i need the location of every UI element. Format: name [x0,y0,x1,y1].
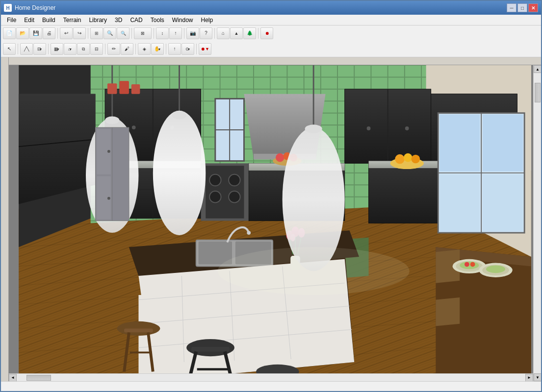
menu-library[interactable]: Library [85,16,111,24]
new-button[interactable]: 📄 [3,27,16,39]
menu-cad[interactable]: CAD [126,16,146,24]
sep6 [214,28,215,39]
help-button[interactable]: ? [200,27,212,39]
redo-button[interactable]: ↪ [73,27,86,39]
menu-file[interactable]: File [3,16,20,24]
close-button[interactable]: ✕ [528,3,538,12]
svg-rect-69 [483,115,523,172]
minimize-button[interactable]: ─ [507,3,516,12]
camera-button[interactable]: 📷 [186,27,199,39]
scroll-thumb-v[interactable] [535,83,541,102]
roof-icon: ▲ [234,31,239,36]
svg-point-124 [172,112,186,120]
scroll-track-h[interactable] [17,374,525,381]
svg-rect-134 [107,83,117,94]
open-button[interactable]: 📂 [16,27,29,39]
record-icon: ⏺ [265,31,269,36]
svg-point-132 [107,150,110,153]
svg-point-59 [395,154,405,164]
wall-button[interactable]: ⊟ ▼ [33,43,46,55]
box-dropdown-arrow: ▼ [56,48,60,51]
save-button[interactable]: 💾 [29,27,42,39]
print-icon: 🖨 [47,31,52,36]
tree-button[interactable]: 🌲 [243,27,256,39]
copy-button[interactable]: ⧉ [77,43,90,55]
zoom-in-button[interactable]: 🔍 [103,27,116,39]
svg-point-133 [107,197,110,200]
svg-point-61 [412,155,420,164]
pencil-button[interactable]: ✏ [107,43,120,55]
maximize-button[interactable]: □ [517,3,527,12]
svg-rect-135 [119,81,129,94]
app-icon: H [4,4,12,12]
zoom-box-icon: ⊞ [95,31,99,36]
hand-button[interactable]: ✋ ▼ [151,43,164,55]
menu-terrain[interactable]: Terrain [59,16,85,24]
select-button[interactable]: ↖ [3,43,16,55]
canvas-area: ▲ ▼ ◄ ► [1,57,541,381]
sep1 [57,28,58,39]
polyline-icon: ╱╲ [24,47,29,51]
scroll-right-button[interactable]: ► [525,374,533,382]
zoom-box-button[interactable]: ⊞ [90,27,103,39]
house-icon: ⌂ [222,31,225,36]
arrow-up-button[interactable]: ↑ [168,43,181,55]
vertical-scrollbar[interactable]: ▲ ▼ [533,65,541,381]
record2-button[interactable]: ⏺▼ [199,43,211,55]
paint-button[interactable]: 🖌 [121,43,133,55]
fill-window-button[interactable]: ⊠ [134,27,152,39]
svg-point-60 [404,153,413,162]
zoom-out-icon: 🔍 [121,31,126,36]
arrows-button[interactable]: ↕ [156,27,169,39]
undo-button[interactable]: ↩ [60,27,73,39]
horizontal-scrollbar[interactable]: ◄ ► [9,373,533,381]
svg-rect-136 [131,84,140,94]
box-button[interactable]: ▦ ▼ [51,43,63,55]
menu-help[interactable]: Help [197,16,217,24]
toolbar-area: 📄 📂 💾 🖨 ↩ ↪ ⊞ 🔍 [1,25,541,57]
record-button[interactable]: ⏺ [260,27,273,39]
menu-tools[interactable]: Tools [147,16,168,24]
scroll-left-button[interactable]: ◄ [9,374,17,382]
cam2-button[interactable]: ⊙ ▼ [181,43,194,55]
scroll-track-v[interactable] [534,73,541,373]
menu-window[interactable]: Window [168,16,197,24]
roof-button[interactable]: ▲ [230,27,243,39]
svg-point-49 [229,191,240,202]
house-button[interactable]: ⌂ [217,27,230,39]
up-arrow-button[interactable]: ↑ [169,27,182,39]
svg-point-36 [405,126,409,130]
scroll-up-button[interactable]: ▲ [534,65,541,73]
viewport[interactable]: ▲ ▼ ◄ ► [9,65,541,381]
svg-marker-27 [19,94,95,204]
camera-icon: 📷 [190,31,196,36]
menu-3d[interactable]: 3D [111,16,126,24]
material-button[interactable]: ◈ [138,43,151,55]
save-icon: 💾 [33,31,39,36]
toolbar-row-1: 📄 📂 💾 🖨 ↩ ↪ ⊞ 🔍 [1,25,541,41]
print-button[interactable]: 🖨 [43,27,55,39]
menu-build[interactable]: Build [38,16,59,24]
svg-point-80 [247,231,251,235]
menu-bar: File Edit Build Terrain Library 3D CAD T… [1,15,541,25]
svg-rect-70 [439,174,480,231]
fill-window-icon: ⊠ [141,31,145,36]
zoom-in-icon: 🔍 [107,31,113,36]
svg-point-53 [276,153,284,162]
roof2-button[interactable]: ⌂ ▼ [64,43,77,55]
svg-point-118 [486,266,505,273]
main-window: H Home Designer ─ □ ✕ File Edit Build Te… [0,0,542,392]
copy-icon: ⧉ [82,47,85,51]
toolbar-row-2: ↖ ╱╲ ⊟ ▼ ▦ ▼ ⌂ ▼ ⧉ ⊟ [1,41,541,57]
scroll-down-button[interactable]: ▼ [534,373,541,381]
svg-marker-110 [436,297,460,326]
polyline-button[interactable]: ╱╲ [20,43,33,55]
menu-edit[interactable]: Edit [20,16,38,24]
sep11 [135,44,136,54]
svg-point-137 [218,247,410,295]
scroll-thumb-h[interactable] [26,375,51,381]
stairs-button[interactable]: ⊟ [90,43,103,55]
zoom-out-button[interactable]: 🔍 [117,27,129,39]
sep10 [105,44,105,54]
status-bar [1,381,541,391]
